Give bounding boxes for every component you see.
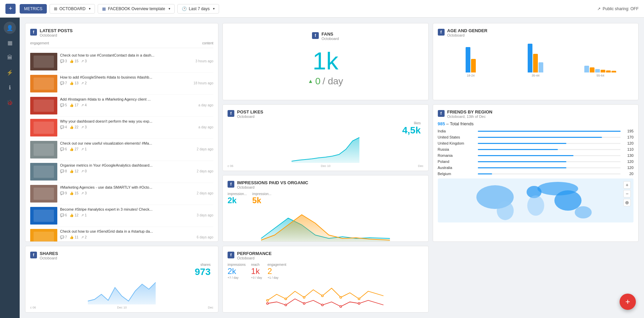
impressions-chart bbox=[228, 208, 424, 242]
post-thumbnail bbox=[30, 53, 57, 70]
octoboard-button[interactable]: ⊞ OCTOBOARD ▾ bbox=[50, 4, 95, 14]
region-bar bbox=[478, 173, 492, 174]
add-fab-button[interactable]: + bbox=[620, 294, 636, 310]
svg-point-51 bbox=[527, 195, 544, 216]
region-name: Belgium bbox=[438, 172, 475, 176]
age-gender-subtitle: Octoboard bbox=[447, 33, 488, 37]
post-info: Check out our new useful visualization e… bbox=[60, 141, 213, 151]
perf-imp-label: impressions bbox=[228, 263, 246, 267]
post-shares: ↗ 2 bbox=[81, 235, 86, 239]
svg-rect-11 bbox=[34, 166, 54, 178]
bar-35-44-other bbox=[539, 62, 543, 72]
post-meta: 💬 5 👍 17 ↗ 4 bbox=[60, 103, 87, 107]
bar-55-64-d bbox=[601, 70, 605, 72]
facebook-icon-likes: f bbox=[228, 110, 234, 117]
shares-chart-labels: c 06 Dec 10 Dec bbox=[30, 306, 213, 309]
post-comments: 💬 5 bbox=[60, 103, 67, 107]
svg-point-19 bbox=[285, 298, 287, 300]
bar-35-44-female bbox=[533, 54, 538, 72]
svg-point-22 bbox=[340, 296, 341, 298]
list-item[interactable]: #Marketing Agencies - use data SMARTLY w… bbox=[30, 183, 213, 205]
post-comments: 💬 8 bbox=[60, 169, 67, 173]
shares-date-mid: Dec 10 bbox=[117, 306, 127, 309]
post-title: Check out our new useful visualization e… bbox=[60, 141, 213, 146]
list-item[interactable]: Organise metrics in Your #GoogleAnalytic… bbox=[30, 161, 213, 183]
fbr-total-num: 985 bbox=[438, 121, 445, 126]
region-bar bbox=[478, 155, 573, 156]
post-shares: ↗ 1 bbox=[81, 213, 86, 217]
svg-point-18 bbox=[267, 299, 268, 301]
list-item[interactable]: Check out how to use #ConstantContact da… bbox=[30, 51, 213, 73]
post-title: #Marketing Agencies - use data SMARTLY w… bbox=[60, 185, 213, 190]
metrics-button[interactable]: METRICS bbox=[20, 4, 47, 14]
facebook-icon-shares: f bbox=[30, 252, 37, 258]
post-shares: ↗ 0 bbox=[81, 169, 86, 173]
posts-list: Check out how to use #ConstantContact da… bbox=[30, 51, 213, 242]
latest-posts-title: LATEST POSTS bbox=[40, 28, 73, 33]
post-likes-card: f POST LIKES Octoboard likes 4,5k c 06 D… bbox=[222, 104, 429, 171]
bar-55-64-a bbox=[584, 66, 589, 72]
facebook-icon-fbr: f bbox=[438, 110, 445, 117]
post-likes: 👍 12 bbox=[70, 169, 78, 173]
post-info: Check out how to use #SendGrid data in a… bbox=[60, 229, 213, 239]
post-comments: 💬 3 bbox=[60, 59, 67, 63]
post-time: 18 hours ago bbox=[194, 81, 213, 85]
facebook-icon-imp: f bbox=[228, 181, 234, 188]
zoom-in-button[interactable]: + bbox=[623, 181, 631, 189]
world-map-svg bbox=[438, 178, 634, 222]
template-button[interactable]: ▦ FACEBOOK Overview template ▾ bbox=[98, 4, 175, 14]
date-button[interactable]: 🕐 Last 7 days ▾ bbox=[177, 4, 219, 14]
region-bar-wrap bbox=[478, 167, 621, 168]
perf-reach-sub: +3 / day bbox=[251, 276, 262, 279]
sidebar-item-bank[interactable]: 🏛 bbox=[4, 51, 16, 64]
list-item[interactable]: Check out how to use #SendGrid data in a… bbox=[30, 227, 213, 242]
fans-delta-arrow: ▲ bbox=[308, 78, 313, 84]
region-name: United Kingdom bbox=[438, 141, 475, 145]
list-item[interactable]: Become #Stripe #analytics expert in 3 mi… bbox=[30, 205, 213, 227]
post-info: Become #Stripe #analytics expert in 3 mi… bbox=[60, 207, 213, 217]
shares-date-start: c 06 bbox=[30, 306, 36, 309]
sidebar-item-info[interactable]: ℹ bbox=[4, 81, 16, 93]
post-likes: 👍 15 bbox=[70, 59, 78, 63]
list-item[interactable]: Add #Instagram #data to a #Marketing Age… bbox=[30, 95, 213, 117]
region-name: Romania bbox=[438, 153, 475, 157]
region-bar-wrap bbox=[478, 137, 621, 138]
facebook-icon-age: f bbox=[438, 29, 445, 36]
perf-reach-val: 1k bbox=[251, 267, 262, 276]
post-thumbnail bbox=[30, 119, 57, 136]
list-item[interactable]: Check out our new useful visualization e… bbox=[30, 139, 213, 161]
map-locate-button[interactable]: ⊕ bbox=[623, 199, 631, 206]
sidebar-item-profile[interactable]: 👤 bbox=[4, 22, 16, 34]
fbr-total-label: – Total friends bbox=[446, 121, 474, 126]
share-button[interactable]: ↗ Public sharing: OFF bbox=[597, 6, 639, 11]
main-content: f LATEST POSTS Octoboard engagement cont… bbox=[20, 18, 644, 318]
list-item[interactable]: How to add #GoogleSheets #data to busine… bbox=[30, 73, 213, 95]
region-bar-wrap bbox=[478, 161, 621, 162]
perf-impressions: impressions 2k +7 / day bbox=[228, 263, 246, 279]
post-thumbnail bbox=[30, 141, 57, 158]
perf-eng-sub: +1 / day bbox=[268, 276, 287, 279]
list-item[interactable]: Why your dashboard doesn't perform the w… bbox=[30, 117, 213, 139]
svg-point-26 bbox=[303, 302, 305, 304]
bar-55-64-e bbox=[606, 70, 611, 72]
zoom-out-button[interactable]: − bbox=[623, 190, 631, 197]
region-bar bbox=[478, 137, 602, 138]
svg-point-54 bbox=[574, 206, 591, 218]
sidebar-item-bolt[interactable]: ⚡ bbox=[4, 66, 16, 79]
region-name: Poland bbox=[438, 160, 475, 164]
post-shares: ↗ 3 bbox=[81, 59, 86, 63]
post-meta: 💬 8 👍 12 ↗ 0 bbox=[60, 169, 87, 173]
region-name: United States bbox=[438, 135, 475, 139]
plus-button[interactable]: + bbox=[5, 4, 16, 14]
post-likes: 👍 27 bbox=[70, 147, 78, 151]
post-likes: 👍 11 bbox=[70, 235, 78, 239]
post-title: How to add #GoogleSheets #data to busine… bbox=[60, 75, 213, 80]
sidebar-item-bug[interactable]: 🐞 bbox=[4, 96, 16, 108]
sidebar-item-dashboard[interactable]: ▦ bbox=[4, 37, 16, 49]
shares-chart bbox=[30, 277, 213, 304]
fans-per-day: / day bbox=[323, 76, 343, 87]
region-bar-wrap bbox=[478, 173, 621, 174]
imp-paid: impression... 2k bbox=[228, 192, 247, 205]
region-count: 120 bbox=[623, 160, 633, 164]
svg-rect-15 bbox=[34, 210, 54, 222]
